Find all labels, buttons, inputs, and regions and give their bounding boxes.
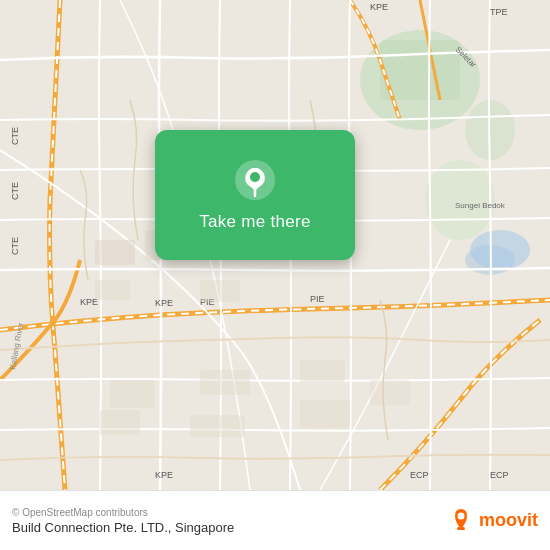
moovit-logo: moovit bbox=[447, 507, 538, 535]
svg-text:CTE: CTE bbox=[10, 127, 20, 145]
svg-rect-32 bbox=[190, 415, 245, 437]
svg-text:KPE: KPE bbox=[155, 298, 173, 308]
moovit-logo-icon bbox=[447, 507, 475, 535]
svg-rect-31 bbox=[100, 410, 140, 435]
svg-text:Sungei Bedok: Sungei Bedok bbox=[455, 201, 506, 210]
svg-point-39 bbox=[457, 512, 464, 519]
svg-text:ECP: ECP bbox=[490, 470, 509, 480]
location-name: Build Connection Pte. LTD., Singapore bbox=[12, 520, 234, 535]
svg-text:KPE: KPE bbox=[155, 470, 173, 480]
svg-point-2 bbox=[425, 160, 495, 240]
action-card[interactable]: Take me there bbox=[155, 130, 355, 260]
svg-text:KPE: KPE bbox=[370, 2, 388, 12]
svg-point-38 bbox=[250, 172, 260, 182]
svg-text:CTE: CTE bbox=[10, 182, 20, 200]
svg-text:PIE: PIE bbox=[310, 294, 325, 304]
svg-rect-28 bbox=[110, 380, 155, 408]
location-pin-icon bbox=[233, 158, 277, 202]
take-me-there-button[interactable]: Take me there bbox=[199, 212, 311, 232]
svg-text:ECP: ECP bbox=[410, 470, 429, 480]
svg-text:CTE: CTE bbox=[10, 237, 20, 255]
copyright-text: © OpenStreetMap contributors bbox=[12, 507, 234, 518]
moovit-brand-text: moovit bbox=[479, 510, 538, 531]
svg-rect-29 bbox=[200, 370, 250, 395]
svg-rect-40 bbox=[457, 527, 465, 530]
svg-rect-30 bbox=[300, 360, 345, 382]
svg-rect-26 bbox=[95, 280, 130, 300]
bottom-bar: © OpenStreetMap contributors Build Conne… bbox=[0, 490, 550, 550]
bottom-info: © OpenStreetMap contributors Build Conne… bbox=[12, 507, 234, 535]
svg-rect-27 bbox=[200, 280, 240, 302]
map-view: CTE CTE CTE KPE KPE KPE PIE PIE ECP ECP … bbox=[0, 0, 550, 490]
svg-rect-22 bbox=[95, 240, 135, 265]
svg-text:TPE: TPE bbox=[490, 7, 508, 17]
svg-rect-33 bbox=[300, 400, 350, 428]
svg-rect-34 bbox=[370, 380, 410, 405]
